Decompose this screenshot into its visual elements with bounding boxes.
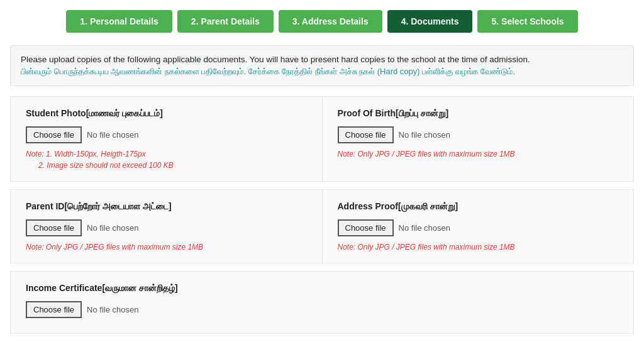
- address-proof-label: Address Proof[முகவரி சான்று]: [338, 201, 619, 212]
- student-photo-no-file: No file chosen: [87, 130, 138, 140]
- page-container: 1. Personal Details 2. Parent Details 3.…: [0, 0, 644, 342]
- notice-box: Please upload copies of the following ap…: [10, 45, 634, 86]
- step-select-schools[interactable]: 5. Select Schools: [477, 10, 577, 33]
- notice-main-text: Please upload copies of the following ap…: [21, 55, 623, 64]
- parent-id-section: Parent ID[பெற்றோர் அடையாள அட்டை] Choose …: [11, 190, 323, 263]
- proof-of-birth-section: Proof Of Birth[பிறப்பு சான்று] Choose fi…: [323, 97, 634, 181]
- proof-of-birth-choose-button[interactable]: Choose file: [338, 126, 394, 143]
- document-row-1: Student Photo[மாணவர் புகைப்படம்] Choose …: [10, 96, 634, 182]
- parent-id-choose-button[interactable]: Choose file: [26, 219, 82, 236]
- income-certificate-input-row: Choose file No file chosen: [26, 301, 618, 318]
- proof-of-birth-label: Proof Of Birth[பிறப்பு சான்று]: [338, 108, 619, 119]
- student-photo-input-row: Choose file No file chosen: [26, 126, 307, 143]
- step-parent-details[interactable]: 2. Parent Details: [177, 10, 274, 33]
- steps-navigation: 1. Personal Details 2. Parent Details 3.…: [10, 10, 634, 33]
- income-certificate-section: Income Certificate[வருமான சான்றிதழ்] Cho…: [11, 272, 633, 333]
- address-proof-section: Address Proof[முகவரி சான்று] Choose file…: [323, 190, 634, 263]
- document-row-3: Income Certificate[வருமான சான்றிதழ்] Cho…: [10, 271, 634, 334]
- parent-id-input-row: Choose file No file chosen: [26, 219, 307, 236]
- proof-of-birth-note: Note: Only JPG / JPEG files with maximum…: [338, 148, 619, 160]
- document-row-2: Parent ID[பெற்றோர் அடையாள அட்டை] Choose …: [10, 189, 634, 263]
- income-certificate-choose-button[interactable]: Choose file: [26, 301, 82, 318]
- parent-id-note: Note: Only JPG / JPEG files with maximum…: [26, 241, 307, 253]
- parent-id-no-file: No file chosen: [87, 223, 138, 233]
- step-personal-details[interactable]: 1. Personal Details: [66, 10, 172, 33]
- notice-tamil-text: பின்வரும் பொருந்தக்கூடிய ஆவணங்களின் நகல்…: [21, 67, 623, 77]
- student-photo-note: Note: 1. Width-150px, Heigth-175px 2. Im…: [26, 148, 307, 171]
- address-proof-input-row: Choose file No file chosen: [338, 219, 619, 236]
- income-certificate-label: Income Certificate[வருமான சான்றிதழ்]: [26, 283, 618, 294]
- income-certificate-no-file: No file chosen: [87, 305, 138, 314]
- proof-of-birth-no-file: No file chosen: [399, 130, 450, 140]
- parent-id-label: Parent ID[பெற்றோர் அடையாள அட்டை]: [26, 201, 307, 212]
- student-photo-choose-button[interactable]: Choose file: [26, 126, 82, 143]
- address-proof-note: Note: Only JPG / JPEG files with maximum…: [338, 241, 619, 253]
- proof-of-birth-input-row: Choose file No file chosen: [338, 126, 619, 143]
- student-photo-section: Student Photo[மாணவர் புகைப்படம்] Choose …: [11, 97, 323, 181]
- student-photo-label: Student Photo[மாணவர் புகைப்படம்]: [26, 108, 307, 119]
- address-proof-choose-button[interactable]: Choose file: [338, 219, 394, 236]
- step-documents[interactable]: 4. Documents: [387, 10, 473, 33]
- step-address-details[interactable]: 3. Address Details: [279, 10, 382, 33]
- address-proof-no-file: No file chosen: [399, 223, 450, 233]
